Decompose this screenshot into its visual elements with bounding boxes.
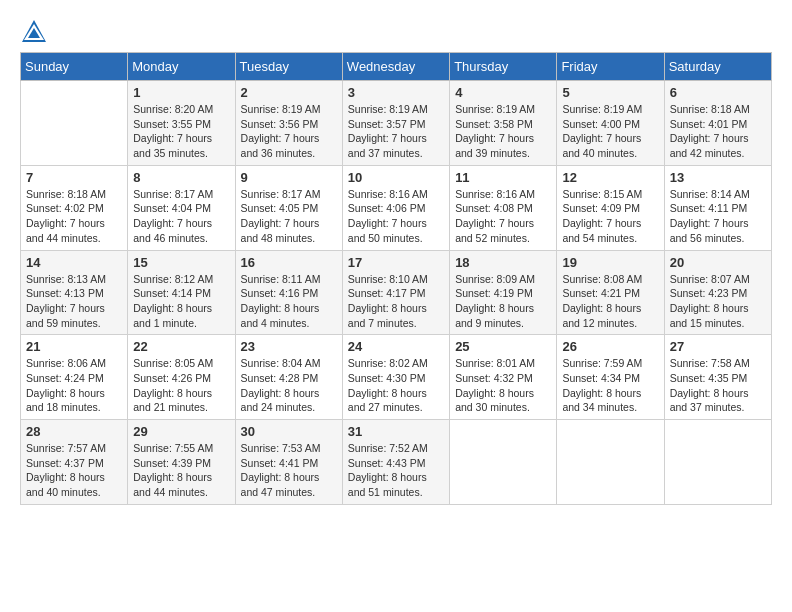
day-info: Sunrise: 8:04 AMSunset: 4:28 PMDaylight:… [241, 356, 337, 415]
day-info: Sunrise: 8:19 AMSunset: 4:00 PMDaylight:… [562, 102, 658, 161]
day-info: Sunrise: 7:58 AMSunset: 4:35 PMDaylight:… [670, 356, 766, 415]
calendar-day-cell: 24Sunrise: 8:02 AMSunset: 4:30 PMDayligh… [342, 335, 449, 420]
calendar-day-cell: 10Sunrise: 8:16 AMSunset: 4:06 PMDayligh… [342, 165, 449, 250]
day-info: Sunrise: 8:19 AMSunset: 3:58 PMDaylight:… [455, 102, 551, 161]
day-info: Sunrise: 7:57 AMSunset: 4:37 PMDaylight:… [26, 441, 122, 500]
day-info: Sunrise: 7:52 AMSunset: 4:43 PMDaylight:… [348, 441, 444, 500]
day-info: Sunrise: 8:08 AMSunset: 4:21 PMDaylight:… [562, 272, 658, 331]
day-number: 6 [670, 85, 766, 100]
calendar-day-cell: 6Sunrise: 8:18 AMSunset: 4:01 PMDaylight… [664, 81, 771, 166]
day-info: Sunrise: 8:01 AMSunset: 4:32 PMDaylight:… [455, 356, 551, 415]
day-info: Sunrise: 8:12 AMSunset: 4:14 PMDaylight:… [133, 272, 229, 331]
day-info: Sunrise: 8:19 AMSunset: 3:57 PMDaylight:… [348, 102, 444, 161]
day-info: Sunrise: 8:18 AMSunset: 4:02 PMDaylight:… [26, 187, 122, 246]
day-info: Sunrise: 8:15 AMSunset: 4:09 PMDaylight:… [562, 187, 658, 246]
day-number: 10 [348, 170, 444, 185]
weekday-header-tuesday: Tuesday [235, 53, 342, 81]
day-number: 29 [133, 424, 229, 439]
calendar-day-cell: 18Sunrise: 8:09 AMSunset: 4:19 PMDayligh… [450, 250, 557, 335]
day-info: Sunrise: 8:02 AMSunset: 4:30 PMDaylight:… [348, 356, 444, 415]
day-number: 31 [348, 424, 444, 439]
calendar-day-cell: 12Sunrise: 8:15 AMSunset: 4:09 PMDayligh… [557, 165, 664, 250]
day-number: 4 [455, 85, 551, 100]
day-info: Sunrise: 8:13 AMSunset: 4:13 PMDaylight:… [26, 272, 122, 331]
calendar-day-cell: 1Sunrise: 8:20 AMSunset: 3:55 PMDaylight… [128, 81, 235, 166]
day-number: 16 [241, 255, 337, 270]
day-number: 2 [241, 85, 337, 100]
calendar-day-cell: 27Sunrise: 7:58 AMSunset: 4:35 PMDayligh… [664, 335, 771, 420]
calendar-day-cell: 19Sunrise: 8:08 AMSunset: 4:21 PMDayligh… [557, 250, 664, 335]
calendar-day-cell: 21Sunrise: 8:06 AMSunset: 4:24 PMDayligh… [21, 335, 128, 420]
calendar-week-row: 1Sunrise: 8:20 AMSunset: 3:55 PMDaylight… [21, 81, 772, 166]
calendar-day-cell: 9Sunrise: 8:17 AMSunset: 4:05 PMDaylight… [235, 165, 342, 250]
calendar-day-cell: 26Sunrise: 7:59 AMSunset: 4:34 PMDayligh… [557, 335, 664, 420]
calendar-day-cell: 25Sunrise: 8:01 AMSunset: 4:32 PMDayligh… [450, 335, 557, 420]
day-number: 5 [562, 85, 658, 100]
logo [20, 18, 52, 46]
calendar-day-cell: 14Sunrise: 8:13 AMSunset: 4:13 PMDayligh… [21, 250, 128, 335]
day-info: Sunrise: 7:59 AMSunset: 4:34 PMDaylight:… [562, 356, 658, 415]
weekday-header-thursday: Thursday [450, 53, 557, 81]
weekday-header-wednesday: Wednesday [342, 53, 449, 81]
day-number: 12 [562, 170, 658, 185]
calendar-day-cell [664, 420, 771, 505]
day-info: Sunrise: 8:05 AMSunset: 4:26 PMDaylight:… [133, 356, 229, 415]
calendar-day-cell: 4Sunrise: 8:19 AMSunset: 3:58 PMDaylight… [450, 81, 557, 166]
weekday-header-sunday: Sunday [21, 53, 128, 81]
day-number: 17 [348, 255, 444, 270]
day-number: 9 [241, 170, 337, 185]
calendar-day-cell: 23Sunrise: 8:04 AMSunset: 4:28 PMDayligh… [235, 335, 342, 420]
calendar-day-cell: 28Sunrise: 7:57 AMSunset: 4:37 PMDayligh… [21, 420, 128, 505]
day-number: 27 [670, 339, 766, 354]
day-info: Sunrise: 8:19 AMSunset: 3:56 PMDaylight:… [241, 102, 337, 161]
day-info: Sunrise: 8:11 AMSunset: 4:16 PMDaylight:… [241, 272, 337, 331]
day-number: 18 [455, 255, 551, 270]
day-number: 7 [26, 170, 122, 185]
calendar-table: SundayMondayTuesdayWednesdayThursdayFrid… [20, 52, 772, 505]
day-number: 14 [26, 255, 122, 270]
weekday-header-saturday: Saturday [664, 53, 771, 81]
calendar-week-row: 7Sunrise: 8:18 AMSunset: 4:02 PMDaylight… [21, 165, 772, 250]
day-number: 15 [133, 255, 229, 270]
calendar-day-cell: 7Sunrise: 8:18 AMSunset: 4:02 PMDaylight… [21, 165, 128, 250]
calendar-day-cell [450, 420, 557, 505]
calendar-day-cell: 22Sunrise: 8:05 AMSunset: 4:26 PMDayligh… [128, 335, 235, 420]
day-number: 21 [26, 339, 122, 354]
day-info: Sunrise: 8:07 AMSunset: 4:23 PMDaylight:… [670, 272, 766, 331]
day-number: 13 [670, 170, 766, 185]
weekday-header-row: SundayMondayTuesdayWednesdayThursdayFrid… [21, 53, 772, 81]
day-number: 23 [241, 339, 337, 354]
day-info: Sunrise: 8:16 AMSunset: 4:08 PMDaylight:… [455, 187, 551, 246]
day-info: Sunrise: 8:17 AMSunset: 4:04 PMDaylight:… [133, 187, 229, 246]
day-info: Sunrise: 8:20 AMSunset: 3:55 PMDaylight:… [133, 102, 229, 161]
day-number: 3 [348, 85, 444, 100]
day-number: 25 [455, 339, 551, 354]
calendar-day-cell [21, 81, 128, 166]
calendar-week-row: 21Sunrise: 8:06 AMSunset: 4:24 PMDayligh… [21, 335, 772, 420]
calendar-day-cell: 3Sunrise: 8:19 AMSunset: 3:57 PMDaylight… [342, 81, 449, 166]
day-info: Sunrise: 8:18 AMSunset: 4:01 PMDaylight:… [670, 102, 766, 161]
day-info: Sunrise: 8:17 AMSunset: 4:05 PMDaylight:… [241, 187, 337, 246]
calendar-day-cell: 8Sunrise: 8:17 AMSunset: 4:04 PMDaylight… [128, 165, 235, 250]
day-number: 26 [562, 339, 658, 354]
day-number: 28 [26, 424, 122, 439]
logo-icon [20, 18, 48, 46]
calendar-day-cell: 2Sunrise: 8:19 AMSunset: 3:56 PMDaylight… [235, 81, 342, 166]
day-number: 11 [455, 170, 551, 185]
calendar-week-row: 14Sunrise: 8:13 AMSunset: 4:13 PMDayligh… [21, 250, 772, 335]
day-number: 20 [670, 255, 766, 270]
day-number: 30 [241, 424, 337, 439]
calendar-day-cell: 17Sunrise: 8:10 AMSunset: 4:17 PMDayligh… [342, 250, 449, 335]
calendar-day-cell: 5Sunrise: 8:19 AMSunset: 4:00 PMDaylight… [557, 81, 664, 166]
day-info: Sunrise: 8:09 AMSunset: 4:19 PMDaylight:… [455, 272, 551, 331]
calendar-day-cell [557, 420, 664, 505]
calendar-day-cell: 11Sunrise: 8:16 AMSunset: 4:08 PMDayligh… [450, 165, 557, 250]
day-number: 24 [348, 339, 444, 354]
calendar-day-cell: 20Sunrise: 8:07 AMSunset: 4:23 PMDayligh… [664, 250, 771, 335]
day-info: Sunrise: 7:53 AMSunset: 4:41 PMDaylight:… [241, 441, 337, 500]
calendar-day-cell: 13Sunrise: 8:14 AMSunset: 4:11 PMDayligh… [664, 165, 771, 250]
day-number: 19 [562, 255, 658, 270]
day-number: 8 [133, 170, 229, 185]
day-info: Sunrise: 8:14 AMSunset: 4:11 PMDaylight:… [670, 187, 766, 246]
calendar-day-cell: 29Sunrise: 7:55 AMSunset: 4:39 PMDayligh… [128, 420, 235, 505]
